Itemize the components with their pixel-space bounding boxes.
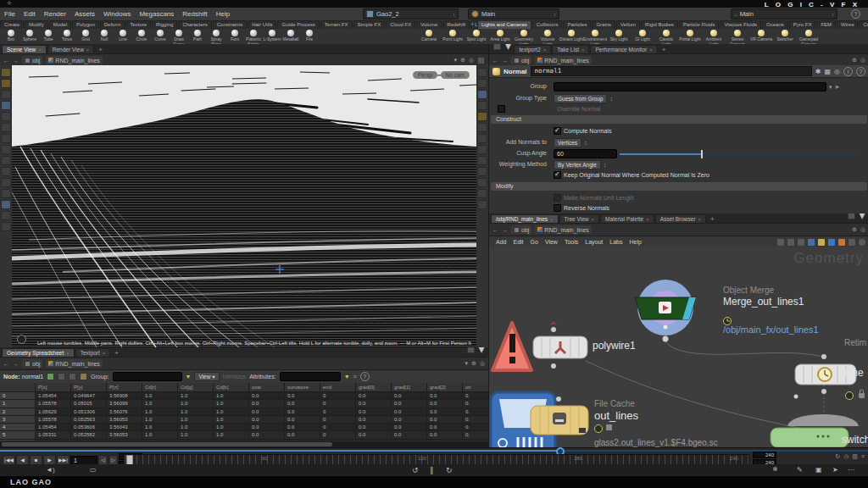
- shelf-tool[interactable]: Area Light: [488, 29, 512, 44]
- panel-icon[interactable]: ▣: [815, 466, 822, 474]
- forward-icon[interactable]: →: [502, 58, 508, 64]
- shelf-tab[interactable]: Crowds: [859, 20, 868, 29]
- scene-selector[interactable]: Main↕: [468, 8, 559, 19]
- pin-icon[interactable]: ⊕: [471, 360, 476, 367]
- network-menu-item[interactable]: Edit: [509, 239, 526, 245]
- column-header[interactable]: cost: [249, 383, 285, 391]
- pane-tab[interactable]: Material Palette×: [600, 214, 654, 223]
- shelf-tab[interactable]: Hair Utils: [248, 20, 276, 29]
- shelf-tab[interactable]: Cloud FX: [386, 20, 415, 29]
- shelf-tool[interactable]: Caustic Light: [654, 29, 678, 44]
- camera-lock-icon[interactable]: [477, 178, 487, 187]
- path-node[interactable]: RND_main_lines: [46, 359, 103, 368]
- pane-icon[interactable]: ▾: [493, 44, 511, 53]
- dolly-tool-icon[interactable]: [1, 222, 11, 231]
- persp-pill[interactable]: Persp: [413, 71, 437, 79]
- link-icon[interactable]: ◎: [480, 360, 485, 367]
- find-icon[interactable]: [849, 239, 855, 246]
- menu-item[interactable]: Assets: [70, 10, 99, 18]
- shelf-tab[interactable]: Oceans: [762, 20, 788, 29]
- help-icon[interactable]: ?: [856, 67, 865, 76]
- link-icon[interactable]: ◎: [469, 57, 474, 64]
- scrollbar-thumb[interactable]: [2, 442, 332, 446]
- snapshot-icon[interactable]: [787, 239, 794, 246]
- menu-item[interactable]: Megascans: [135, 10, 178, 18]
- shelf-tab[interactable]: Rigid Bodies: [641, 20, 678, 29]
- view-dropdown[interactable]: View ▾: [194, 372, 219, 381]
- compute-normals-checkbox[interactable]: [554, 127, 561, 135]
- node-name-input[interactable]: normal1: [531, 66, 812, 76]
- column-header[interactable]: P[z]: [107, 383, 142, 391]
- shelf-tab[interactable]: Polygon: [72, 20, 99, 29]
- add-normals-dropdown[interactable]: Vertices: [554, 138, 581, 147]
- shelf-tab[interactable]: FEM: [816, 20, 836, 29]
- shelf-tab[interactable]: Deform: [100, 20, 125, 29]
- shelf-tool[interactable]: Torus: [58, 29, 76, 44]
- shelf-tool[interactable]: Gamepad Camera: [797, 29, 821, 44]
- group-select-arrow-icon[interactable]: ➤: [835, 84, 840, 91]
- column-header[interactable]: Cd[b]: [214, 383, 249, 391]
- pane-maximize-icon[interactable]: [477, 57, 485, 64]
- network-menu-item[interactable]: Go: [527, 239, 542, 245]
- shelf-tool[interactable]: Metaball: [281, 29, 300, 44]
- add-tab-icon[interactable]: +: [659, 46, 670, 53]
- grid-display-icon[interactable]: [477, 189, 487, 198]
- weighting-method-dropdown[interactable]: By Vertex Angle: [554, 160, 601, 169]
- shelf-tool[interactable]: Stereo Camera: [726, 29, 749, 44]
- shelf-tool[interactable]: Portal Light: [678, 29, 702, 44]
- info-icon[interactable]: i: [843, 67, 853, 76]
- paint-tool-icon[interactable]: [1, 79, 11, 88]
- shelf-tool[interactable]: Switcher: [773, 29, 797, 44]
- shelf-tool[interactable]: Sphere: [20, 29, 39, 44]
- network-menu-item[interactable]: View: [542, 239, 561, 245]
- shelf-tool[interactable]: Line: [114, 29, 132, 44]
- add-tab-icon[interactable]: +: [707, 215, 718, 223]
- select-arrow-icon[interactable]: [1, 90, 11, 99]
- shelf-tab[interactable]: Constraints: [213, 20, 247, 29]
- pane-tab[interactable]: Take List×: [552, 45, 589, 53]
- column-header[interactable]: P[y]: [71, 383, 107, 391]
- message-log-icon[interactable]: ▭: [90, 466, 97, 474]
- polywire-name-label[interactable]: polywire1: [593, 340, 636, 352]
- path-node[interactable]: RND_main_lines: [535, 56, 592, 64]
- cusp-angle-input[interactable]: 60: [554, 149, 617, 158]
- displacement-icon[interactable]: [477, 134, 487, 143]
- link-icon[interactable]: ◎: [860, 226, 865, 233]
- group-filter-icon[interactable]: ▼: [186, 374, 192, 380]
- forward-10-icon[interactable]: ↻: [446, 466, 453, 474]
- shelf-tool[interactable]: Distant Light: [559, 29, 583, 44]
- shelf-tab[interactable]: Rigging: [152, 20, 177, 29]
- menu-item[interactable]: Redshift: [178, 10, 211, 18]
- path-root[interactable]: obj: [511, 225, 531, 234]
- rotate-tool-icon[interactable]: [1, 123, 11, 132]
- shelf-tab[interactable]: Model: [49, 20, 71, 29]
- column-header[interactable]: grad[0]: [356, 383, 392, 391]
- menu-item[interactable]: Edit: [19, 10, 40, 18]
- shelf-tool[interactable]: Volume Light: [536, 29, 559, 44]
- column-header[interactable]: curvature: [285, 383, 320, 391]
- shelf-tab[interactable]: Modify: [25, 20, 48, 29]
- headlight-icon[interactable]: [477, 112, 487, 121]
- shape-palette-icon[interactable]: [818, 239, 825, 246]
- shelf-tab[interactable]: Particles: [563, 20, 591, 29]
- column-header[interactable]: Cd[g]: [178, 383, 214, 391]
- tab-render-view[interactable]: Render View×: [47, 45, 95, 53]
- path-dropdown-icon[interactable]: ▾: [465, 360, 469, 367]
- table-row[interactable]: 21.05629 0.0513063.56076 1.01.0 1.00.0 0…: [0, 408, 488, 416]
- attributes-input[interactable]: [280, 372, 341, 381]
- shelf-tool[interactable]: Path: [188, 29, 207, 44]
- shelf-tool[interactable]: Draw Curve: [170, 29, 188, 44]
- path-root[interactable]: obj: [22, 56, 42, 64]
- network-menu-item[interactable]: Add: [492, 239, 509, 245]
- filecache-name-label[interactable]: out_lines: [594, 409, 638, 422]
- path-node[interactable]: RND_main_lines: [46, 56, 103, 64]
- reverse-normals-checkbox[interactable]: [554, 204, 561, 212]
- menu-item[interactable]: Render: [40, 10, 70, 18]
- menu-item[interactable]: File: [0, 10, 19, 18]
- shelf-tool[interactable]: VR Camera: [749, 29, 773, 44]
- pause-icon[interactable]: ∥: [430, 466, 434, 474]
- shelf-tab[interactable]: Collisions: [532, 20, 563, 29]
- vertices-mode-icon[interactable]: [58, 373, 65, 380]
- group-dropdown-icon[interactable]: ▾: [829, 84, 832, 91]
- forward-icon[interactable]: →: [13, 58, 19, 64]
